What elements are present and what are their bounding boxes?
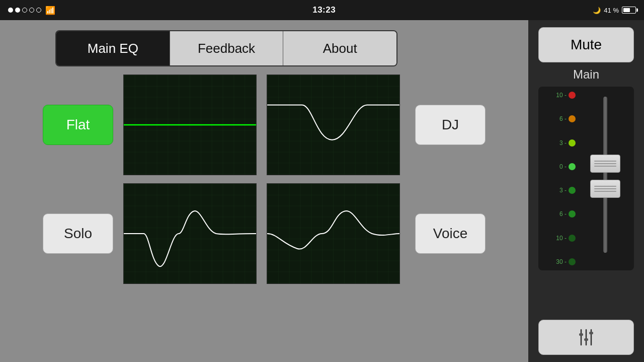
vu-row-10-bot: 10 - bbox=[551, 235, 576, 242]
mute-button[interactable]: Mute bbox=[538, 27, 634, 62]
right-panel: Mute Main 10 - 6 - 3 - 0 - bbox=[528, 20, 644, 362]
fader-handle-upper[interactable] bbox=[590, 155, 620, 173]
dot-3 bbox=[22, 8, 27, 13]
vu-led-green-mid-1 bbox=[569, 187, 576, 194]
main-content: Main EQ Feedback About Flat bbox=[0, 20, 644, 362]
vu-label-3-top: 3 - bbox=[551, 139, 567, 147]
clock: 13:23 bbox=[312, 5, 336, 15]
fader-track-inner bbox=[604, 97, 606, 253]
vu-row-6-top: 6 - bbox=[551, 115, 576, 122]
eq-row-1: Flat bbox=[43, 75, 486, 175]
vu-row-3-bot: 3 - bbox=[551, 187, 576, 194]
solo-button[interactable]: Solo bbox=[43, 213, 113, 254]
vu-led-green-dark-1 bbox=[569, 235, 576, 242]
status-bar: 📶 13:23 🌙 41 % bbox=[0, 0, 644, 20]
eq-svg-solo bbox=[124, 184, 256, 283]
sliders-icon bbox=[576, 327, 596, 347]
eq-grids: Flat bbox=[15, 75, 513, 284]
dot-5 bbox=[36, 8, 41, 13]
vu-label-0: 0 - bbox=[551, 163, 567, 170]
tab-main-eq[interactable]: Main EQ bbox=[56, 31, 170, 65]
eq-svg-flat bbox=[124, 75, 256, 175]
fader-handle-lower[interactable] bbox=[590, 180, 620, 198]
vu-led-red bbox=[569, 92, 576, 99]
eq-canvas-dj[interactable] bbox=[267, 75, 400, 175]
vu-led-yellow-green bbox=[569, 139, 576, 147]
vu-fader-container: 10 - 6 - 3 - 0 - 3 - bbox=[538, 87, 634, 270]
vu-row-0: 0 - bbox=[551, 163, 576, 170]
vu-row-3-top: 3 - bbox=[551, 139, 576, 147]
dot-2 bbox=[15, 8, 20, 13]
svg-rect-4 bbox=[267, 184, 399, 283]
fader-line-3 bbox=[594, 166, 616, 167]
tab-about[interactable]: About bbox=[283, 31, 396, 65]
battery-percent: 41 % bbox=[604, 7, 619, 14]
eq-svg-voice bbox=[267, 184, 399, 283]
fader-area bbox=[581, 92, 630, 265]
left-panel: Main EQ Feedback About Flat bbox=[0, 20, 528, 362]
fader-line-5 bbox=[594, 188, 616, 189]
dot-1 bbox=[8, 8, 13, 13]
eq-row-2: Solo bbox=[43, 183, 486, 284]
settings-button[interactable] bbox=[538, 320, 634, 355]
tab-feedback[interactable]: Feedback bbox=[170, 31, 284, 65]
fader-track[interactable] bbox=[603, 97, 607, 253]
fader-line-6 bbox=[594, 191, 616, 192]
vu-label-30: 30 - bbox=[551, 258, 567, 265]
vu-label-3-bot: 3 - bbox=[551, 187, 567, 194]
main-label: Main bbox=[573, 67, 599, 82]
status-left: 📶 bbox=[8, 6, 55, 15]
dot-4 bbox=[29, 8, 34, 13]
status-right: 🌙 41 % bbox=[593, 7, 636, 14]
vu-label-10-top: 10 - bbox=[551, 92, 567, 99]
vu-led-green-bright bbox=[569, 163, 576, 170]
wifi-icon: 📶 bbox=[45, 6, 55, 15]
vu-meter: 10 - 6 - 3 - 0 - 3 - bbox=[542, 92, 578, 265]
vu-row-6-bot: 6 - bbox=[551, 210, 576, 218]
vu-led-orange bbox=[569, 115, 576, 122]
eq-canvas-solo[interactable] bbox=[123, 183, 257, 284]
dj-button[interactable]: DJ bbox=[415, 105, 486, 145]
moon-icon: 🌙 bbox=[593, 7, 601, 14]
tab-bar: Main EQ Feedback About bbox=[55, 30, 397, 66]
vu-row-30: 30 - bbox=[551, 258, 576, 265]
eq-svg-dj bbox=[267, 75, 399, 175]
svg-rect-10 bbox=[589, 332, 593, 334]
signal-dots bbox=[8, 8, 41, 13]
battery-fill bbox=[623, 8, 630, 12]
vu-label-6-top: 6 - bbox=[551, 115, 567, 122]
eq-canvas-voice[interactable] bbox=[267, 183, 400, 284]
battery-icon bbox=[622, 7, 636, 14]
flat-button[interactable]: Flat bbox=[43, 105, 113, 145]
vu-label-10-bot: 10 - bbox=[551, 235, 567, 242]
svg-rect-9 bbox=[584, 338, 588, 341]
fader-line-2 bbox=[594, 163, 616, 164]
eq-canvas-flat[interactable] bbox=[123, 75, 257, 175]
svg-rect-8 bbox=[579, 333, 583, 336]
svg-rect-2 bbox=[267, 75, 399, 175]
voice-button[interactable]: Voice bbox=[415, 213, 486, 254]
battery-bar bbox=[622, 7, 636, 14]
vu-label-6-bot: 6 - bbox=[551, 210, 567, 218]
fader-line-1 bbox=[594, 161, 616, 162]
vu-led-green-dark-2 bbox=[569, 258, 576, 265]
vu-row-10-top: 10 - bbox=[551, 92, 576, 99]
vu-led-green-mid-2 bbox=[569, 210, 576, 218]
fader-line-4 bbox=[594, 186, 616, 187]
